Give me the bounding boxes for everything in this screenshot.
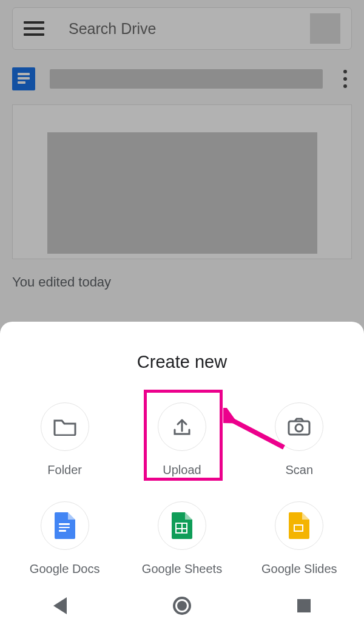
create-options-grid: Folder Upload Scan Google Docs Google Sh… (0, 402, 364, 576)
sheet-title: Create new (0, 352, 364, 372)
nav-back-button[interactable] (53, 597, 67, 614)
folder-icon (53, 418, 76, 436)
camera-icon (288, 418, 311, 436)
create-option-label: Folder (47, 463, 82, 477)
create-option-label: Google Docs (30, 562, 100, 576)
create-upload-button[interactable]: Upload (123, 402, 240, 477)
nav-recent-button[interactable] (297, 599, 311, 612)
create-scan-button[interactable]: Scan (241, 402, 358, 477)
create-google-slides-button[interactable]: Google Slides (241, 501, 358, 576)
svg-rect-0 (289, 421, 309, 435)
create-option-label: Google Sheets (142, 562, 222, 576)
create-option-label: Upload (163, 463, 201, 477)
google-sheets-icon (172, 512, 192, 539)
svg-point-1 (295, 424, 303, 432)
google-docs-icon (55, 512, 75, 539)
google-slides-icon (289, 512, 309, 539)
android-nav-bar (0, 585, 364, 627)
create-new-sheet: Create new Folder Upload Scan Google Doc… (0, 322, 364, 627)
upload-icon (172, 416, 192, 437)
nav-home-button[interactable] (173, 597, 191, 615)
create-google-docs-button[interactable]: Google Docs (6, 501, 123, 576)
create-option-label: Google Slides (261, 562, 337, 576)
create-google-sheets-button[interactable]: Google Sheets (123, 501, 240, 576)
create-option-label: Scan (286, 463, 314, 477)
create-folder-button[interactable]: Folder (6, 402, 123, 477)
